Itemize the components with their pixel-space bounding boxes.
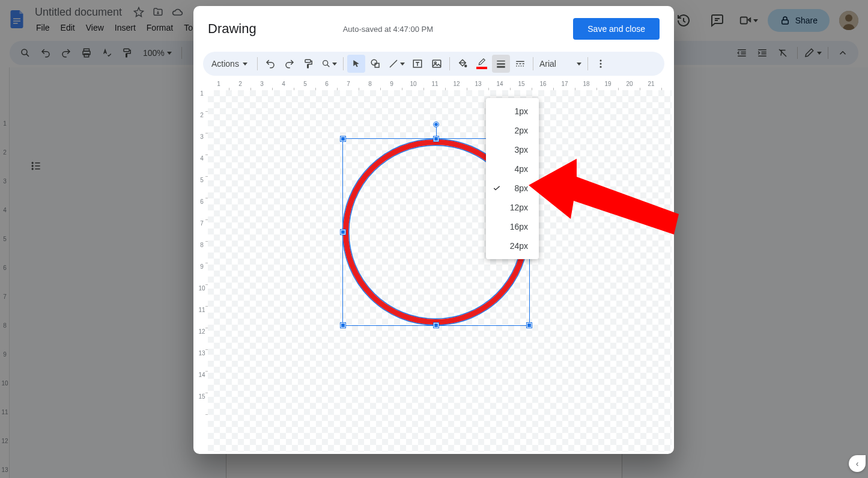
drawing-dialog: Drawing Auto-saved at 4:47:00 PM Save an… [193,6,674,454]
dialog-title: Drawing [208,21,256,37]
font-family-select[interactable]: Arial [537,55,584,73]
resize-handle-br[interactable] [527,323,532,328]
border-weight-option[interactable]: 12px [486,198,539,217]
svg-rect-27 [516,63,518,64]
resize-handle-bl[interactable] [341,323,345,328]
border-weight-option[interactable]: 8px [486,179,539,198]
svg-point-36 [599,66,601,68]
svg-point-22 [465,65,467,67]
save-and-close-button[interactable]: Save and close [573,18,660,40]
svg-point-17 [371,60,377,65]
svg-rect-20 [432,60,441,67]
border-weight-option[interactable]: 1px [486,102,539,121]
line-tool[interactable] [386,55,407,73]
select-tool[interactable] [347,55,365,73]
actions-menu[interactable]: Actions [209,55,253,73]
more-options-button[interactable] [592,55,610,73]
resize-handle-ml[interactable] [341,230,345,234]
border-weight-option[interactable]: 24px [486,236,539,256]
shape-tool[interactable] [366,55,384,73]
explore-button[interactable]: ‹ [849,455,866,472]
border-dash-button[interactable] [511,55,529,73]
resize-handle-mb[interactable] [434,323,439,328]
text-box-tool[interactable] [408,55,426,73]
image-tool[interactable] [428,55,446,73]
svg-rect-32 [521,66,522,67]
border-weight-option[interactable]: 3px [486,140,539,159]
drawing-toolbar: Actions Arial [203,52,664,76]
autosave-status: Auto-saved at 4:47:00 PM [343,25,433,34]
vertical-ruler: 123456789101112131415 [196,90,208,452]
zoom-menu[interactable] [319,55,339,73]
horizontal-ruler: 123456789101112131415161718192021 [208,81,672,90]
svg-rect-33 [523,66,524,67]
svg-rect-30 [516,66,517,67]
border-weight-button[interactable] [492,55,510,73]
redo-button[interactable] [281,55,299,73]
svg-rect-26 [516,61,524,63]
drawing-canvas[interactable] [208,90,672,452]
resize-handle-tl[interactable] [341,136,345,141]
svg-rect-23 [497,61,505,62]
svg-rect-25 [497,66,505,68]
svg-point-35 [599,63,601,65]
svg-rect-24 [497,63,505,64]
svg-point-16 [323,61,328,66]
border-weight-option[interactable]: 16px [486,217,539,236]
svg-rect-31 [518,66,520,67]
border-weight-dropdown: 1px2px3px4px8px12px16px24px [486,98,539,259]
svg-rect-29 [523,63,524,64]
svg-point-34 [599,60,601,61]
border-weight-option[interactable]: 4px [486,159,539,179]
border-color-button[interactable] [473,55,491,73]
fill-color-button[interactable] [454,55,472,73]
undo-button[interactable] [261,55,279,73]
paint-format-button[interactable] [300,55,318,73]
rotate-handle[interactable] [434,122,439,127]
svg-rect-28 [519,63,521,64]
svg-rect-15 [305,60,311,63]
svg-rect-18 [375,63,379,67]
border-weight-option[interactable]: 2px [486,121,539,140]
resize-handle-mt[interactable] [434,136,439,141]
